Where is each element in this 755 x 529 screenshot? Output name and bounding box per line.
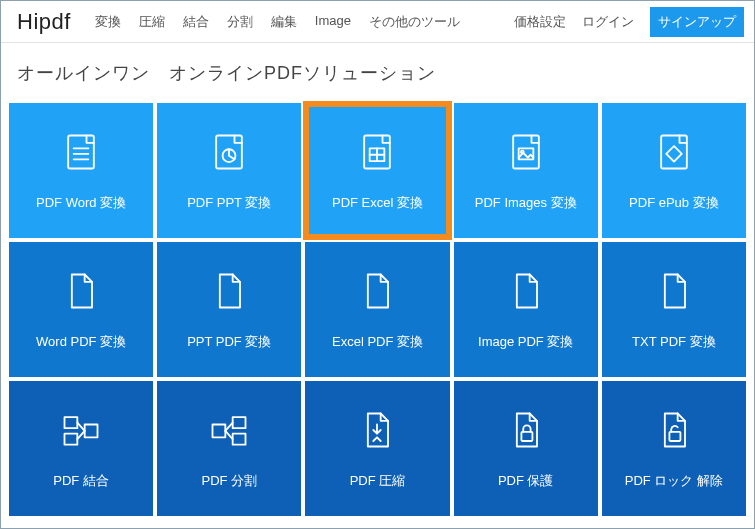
doc-image-icon bbox=[504, 130, 548, 178]
main-nav: 変換 圧縮 結合 分割 編集 Image その他のツール bbox=[95, 13, 514, 31]
tile-pdf-to-excel[interactable]: PDF Excel 変換 bbox=[305, 103, 449, 238]
right-nav: 価格設定 ログイン サインアップ bbox=[514, 7, 744, 37]
tile-label: Word PDF 変換 bbox=[36, 333, 126, 351]
tile-label: TXT PDF 変換 bbox=[632, 333, 716, 351]
svg-rect-15 bbox=[65, 417, 78, 428]
logo: Hipdf bbox=[17, 9, 71, 35]
svg-rect-21 bbox=[233, 417, 246, 428]
svg-rect-0 bbox=[68, 135, 94, 168]
compress-icon bbox=[355, 408, 399, 456]
tile-label: PDF ePub 変換 bbox=[629, 194, 719, 212]
tile-pdf-merge[interactable]: PDF 結合 bbox=[9, 381, 153, 516]
svg-line-24 bbox=[226, 430, 233, 438]
nav-merge[interactable]: 結合 bbox=[183, 13, 209, 31]
page-fold-icon bbox=[652, 269, 696, 317]
svg-rect-16 bbox=[65, 433, 78, 444]
svg-rect-17 bbox=[85, 424, 98, 437]
page-fold-icon bbox=[207, 269, 251, 317]
split-icon bbox=[207, 408, 251, 456]
svg-rect-22 bbox=[233, 433, 246, 444]
doc-epub-icon bbox=[652, 130, 696, 178]
doc-lines-icon bbox=[59, 130, 103, 178]
tile-label: PDF ロック 解除 bbox=[625, 472, 723, 490]
tile-label: PDF Excel 変換 bbox=[332, 194, 423, 212]
tile-label: PDF 分割 bbox=[201, 472, 257, 490]
svg-rect-10 bbox=[513, 135, 539, 168]
tile-pdf-to-ppt[interactable]: PDF PPT 変換 bbox=[157, 103, 301, 238]
signup-button[interactable]: サインアップ bbox=[650, 7, 744, 37]
svg-rect-25 bbox=[521, 431, 532, 440]
svg-rect-13 bbox=[661, 135, 687, 168]
page-fold-icon bbox=[504, 269, 548, 317]
nav-pricing[interactable]: 価格設定 bbox=[514, 13, 566, 31]
tile-excel-to-pdf[interactable]: Excel PDF 変換 bbox=[305, 242, 449, 377]
merge-icon bbox=[59, 408, 103, 456]
lock-icon bbox=[504, 408, 548, 456]
nav-edit[interactable]: 編集 bbox=[271, 13, 297, 31]
tile-pdf-to-epub[interactable]: PDF ePub 変換 bbox=[602, 103, 746, 238]
tool-grid: PDF Word 変換PDF PPT 変換PDF Excel 変換PDF Ima… bbox=[1, 103, 754, 516]
svg-line-19 bbox=[77, 430, 84, 438]
svg-line-18 bbox=[77, 422, 84, 430]
nav-split[interactable]: 分割 bbox=[227, 13, 253, 31]
svg-rect-14 bbox=[666, 146, 682, 162]
tile-label: PDF Word 変換 bbox=[36, 194, 126, 212]
tile-pdf-compress[interactable]: PDF 圧縮 bbox=[305, 381, 449, 516]
nav-compress[interactable]: 圧縮 bbox=[139, 13, 165, 31]
page-title: オールインワン オンラインPDFソリューション bbox=[1, 43, 754, 103]
nav-image[interactable]: Image bbox=[315, 13, 351, 31]
svg-rect-20 bbox=[213, 424, 226, 437]
page-fold-icon bbox=[59, 269, 103, 317]
nav-convert[interactable]: 変換 bbox=[95, 13, 121, 31]
tile-txt-to-pdf[interactable]: TXT PDF 変換 bbox=[602, 242, 746, 377]
tile-ppt-to-pdf[interactable]: PPT PDF 変換 bbox=[157, 242, 301, 377]
nav-other[interactable]: その他のツール bbox=[369, 13, 460, 31]
tile-pdf-to-word[interactable]: PDF Word 変換 bbox=[9, 103, 153, 238]
svg-line-23 bbox=[226, 422, 233, 430]
tile-label: PDF PPT 変換 bbox=[187, 194, 271, 212]
tile-label: PDF Images 変換 bbox=[475, 194, 577, 212]
unlock-icon bbox=[652, 408, 696, 456]
doc-grid-icon bbox=[355, 130, 399, 178]
tile-image-to-pdf[interactable]: Image PDF 変換 bbox=[454, 242, 598, 377]
tile-label: PPT PDF 変換 bbox=[187, 333, 271, 351]
tile-pdf-protect[interactable]: PDF 保護 bbox=[454, 381, 598, 516]
nav-login[interactable]: ログイン bbox=[582, 13, 634, 31]
tile-label: Excel PDF 変換 bbox=[332, 333, 423, 351]
doc-pie-icon bbox=[207, 130, 251, 178]
page-fold-icon bbox=[355, 269, 399, 317]
tile-pdf-to-images[interactable]: PDF Images 変換 bbox=[454, 103, 598, 238]
svg-rect-11 bbox=[518, 148, 533, 159]
tile-label: PDF 保護 bbox=[498, 472, 554, 490]
tile-label: Image PDF 変換 bbox=[478, 333, 573, 351]
tile-label: PDF 結合 bbox=[53, 472, 109, 490]
tile-label: PDF 圧縮 bbox=[350, 472, 406, 490]
tile-pdf-split[interactable]: PDF 分割 bbox=[157, 381, 301, 516]
tile-pdf-unlock[interactable]: PDF ロック 解除 bbox=[602, 381, 746, 516]
tile-word-to-pdf[interactable]: Word PDF 変換 bbox=[9, 242, 153, 377]
svg-rect-26 bbox=[669, 431, 680, 440]
header: Hipdf 変換 圧縮 結合 分割 編集 Image その他のツール 価格設定 … bbox=[1, 1, 754, 43]
